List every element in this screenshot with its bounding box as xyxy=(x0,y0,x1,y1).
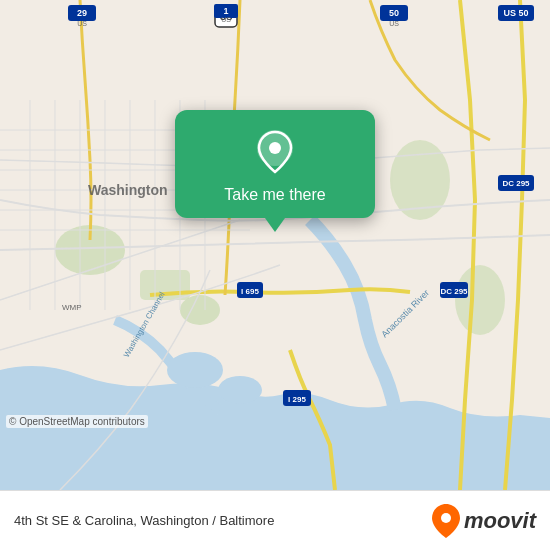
svg-text:Washington: Washington xyxy=(88,182,168,198)
svg-point-50 xyxy=(441,513,451,523)
moovit-logo: moovit xyxy=(432,504,536,538)
svg-text:1: 1 xyxy=(223,6,228,16)
svg-text:US: US xyxy=(389,20,399,27)
svg-text:WMP: WMP xyxy=(62,303,82,312)
moovit-wordmark: moovit xyxy=(464,508,536,534)
svg-text:50: 50 xyxy=(389,8,399,18)
svg-text:US: US xyxy=(221,16,231,23)
location-text: 4th St SE & Carolina, Washington / Balti… xyxy=(14,513,274,528)
svg-text:US: US xyxy=(77,20,87,27)
svg-text:I 695: I 695 xyxy=(241,287,259,296)
svg-text:29: 29 xyxy=(77,8,87,18)
location-pin-icon xyxy=(251,128,299,176)
moovit-pin-icon xyxy=(432,504,460,538)
popup-card: Take me there xyxy=(175,110,375,218)
svg-text:I 295: I 295 xyxy=(288,395,306,404)
svg-text:US 50: US 50 xyxy=(503,8,528,18)
svg-point-2 xyxy=(218,376,262,404)
svg-point-49 xyxy=(269,142,281,154)
svg-point-1 xyxy=(167,352,223,388)
svg-point-7 xyxy=(455,265,505,335)
map-container: US 1 1 US 50 US 29 US US 50 I 695 DC 295… xyxy=(0,0,550,490)
svg-text:DC 295: DC 295 xyxy=(502,179,530,188)
osm-credit: © OpenStreetMap contributors xyxy=(6,415,148,428)
take-me-there-button[interactable]: Take me there xyxy=(224,186,325,204)
bottom-bar: 4th St SE & Carolina, Washington / Balti… xyxy=(0,490,550,550)
svg-text:DC 295: DC 295 xyxy=(440,287,468,296)
